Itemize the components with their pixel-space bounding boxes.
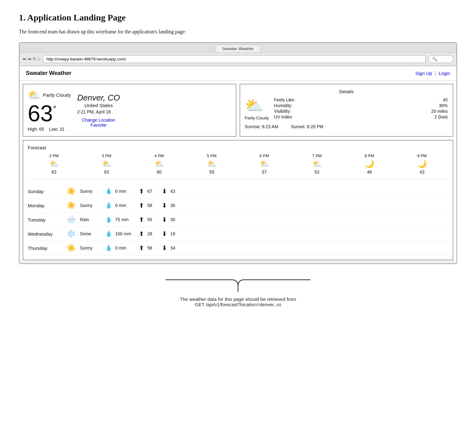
hourly-item: 2 PM ⛅ 63 [28,153,80,175]
sun-times: Sunrise: 6:23 AM Sunset: 8:20 PM [245,124,448,129]
browser-tab-bar: Sweater Weather [20,43,456,53]
hour-icon: ⛅ [291,159,343,168]
details-table: Feels Like: 45 Humidity: 30% Visibility:… [273,97,448,120]
hour-temp: 63 [28,169,80,175]
daily-row: Thursday ☀️ Sunny 💧 0 mm ⬆ 56 ⬇ 34 [28,241,448,255]
hourly-item: 3 PM ⛅ 63 [80,153,133,175]
day-condition: Sunny [80,203,102,208]
precip-amount: 0 mm [115,189,136,194]
high-temp: 56 [147,245,159,250]
browser-nav-buttons: ⬅ ➡ ↻ ⌂ [23,56,40,62]
daily-row: Monday ☀️ Sunny 💧 0 mm ⬆ 58 ⬇ 30 [28,198,448,213]
hour-time: 4 PM [133,153,185,158]
details-condition: Partly Cloudy [245,116,269,120]
signup-link[interactable]: Sign Up [415,71,432,76]
hour-time: 3 PM [80,153,133,158]
browser-body: Sweater Weather Sign Up | Login ⛅ Partly… [20,66,456,260]
footer-text1: The weather data for this page should be… [19,296,457,302]
day-name: Sunday [28,189,62,194]
daily-row: Tuesday 🌧️ Rain 💧 75 mm ⬆ 55 ⬇ 30 [28,213,448,227]
high-arrow-icon: ⬆ [139,216,144,223]
day-condition: Sunny [80,245,102,250]
humidity-value: 30% [372,103,448,108]
forecast-label: Forecast [28,145,448,150]
details-title: Details [245,89,448,94]
day-icon: ☀️ [65,244,77,252]
low-temp: 30 [170,217,175,222]
daily-row: Wednesday ❄️ Snow 💧 100 mm ⬆ 28 ⬇ 19 [28,227,448,241]
hourly-item: 6 PM ⛅ 57 [238,153,291,175]
day-name: Tuesday [28,217,62,222]
favorite-link[interactable]: Favorite [77,123,120,128]
refresh-icon[interactable]: ↻ [33,56,37,62]
hour-temp: 60 [133,169,185,175]
current-weather-card: ⛅ Partly Cloudy 63 ° High: 65 Low: 31 [23,84,236,137]
app-header: Sweater Weather Sign Up | Login [20,66,456,81]
high-temp: 58 [147,203,159,208]
home-icon[interactable]: ⌂ [38,56,40,62]
low-temp: 19 [170,231,175,236]
hour-time: 2 PM [28,153,80,158]
hourly-item: 5 PM ⛅ 59 [185,153,238,175]
hour-icon: ⛅ [28,159,80,168]
hour-icon: ⛅ [80,159,133,168]
precip-amount: 0 mm [115,203,136,208]
low-temp: 34 [170,245,175,250]
high-arrow-icon: ⬆ [139,244,144,252]
condition-row: ⛅ Partly Cloudy [28,89,71,101]
hour-temp: 43 [396,169,448,175]
high-temp: 28 [147,231,159,236]
hour-time: 9 PM [396,153,448,158]
precip-icon: 💧 [105,188,112,195]
details-icon-section: ⛅ Partly Cloudy [245,97,269,120]
condition-label: Partly Cloudy [43,92,71,98]
hour-icon: 🌙 [396,159,448,168]
datetime-label: 2:21 PM, April 18 [77,109,120,114]
daily-row: Sunday ☀️ Sunny 💧 0 mm ⬆ 67 ⬇ 43 [28,184,448,198]
high-temp: 67 [147,189,159,194]
location-section: Denver, CO United States 2:21 PM, April … [77,89,120,132]
high-low-display: High: 65 Low: 31 [28,127,71,132]
hour-temp: 59 [185,169,238,175]
day-icon: ❄️ [65,229,77,238]
search-icon: 🔍 [432,57,437,61]
day-condition: Rain [80,217,102,222]
sunrise-label: Sunrise: 6:23 AM [245,124,278,129]
app-title: Sweater Weather [26,70,71,77]
change-location-link[interactable]: Change Location [77,118,120,123]
daily-forecast: Sunday ☀️ Sunny 💧 0 mm ⬆ 67 ⬇ 43 Monday … [28,184,448,255]
hour-time: 7 PM [291,153,343,158]
search-bar[interactable]: 🔍 [428,55,453,63]
day-name: Wednesday [28,231,62,237]
city-name: Denver, CO [77,93,120,103]
high-label: High: 65 [28,127,44,132]
hour-time: 6 PM [238,153,291,158]
hour-icon: 🌙 [343,159,396,168]
precip-icon: 💧 [105,244,112,251]
low-arrow-icon: ⬇ [162,230,167,238]
browser-mockup: Sweater Weather ⬅ ➡ ↻ ⌂ 🔍 Sweater Weathe… [19,42,457,264]
temperature-display: 63 ° [28,102,71,125]
low-arrow-icon: ⬇ [162,244,167,252]
day-condition: Sunny [80,189,102,194]
hour-temp: 53 [291,169,343,175]
forward-icon[interactable]: ➡ [28,56,31,62]
low-arrow-icon: ⬇ [162,202,167,209]
footer-brace [19,277,457,293]
low-arrow-icon: ⬇ [162,187,167,195]
url-bar[interactable] [43,55,426,63]
back-icon[interactable]: ⬅ [23,56,26,62]
country-name: United States [77,103,120,108]
low-arrow-icon: ⬇ [162,216,167,223]
precip-icon: 💧 [105,202,112,209]
day-icon: ☀️ [65,187,77,196]
footer-section: The weather data for this page should be… [19,277,457,307]
login-link[interactable]: Login [439,71,450,76]
browser-tab[interactable]: Sweater Weather [216,45,260,52]
sunset-label: Sunset: 8:20 PM [291,124,324,129]
uv-value: 2 (low) [372,114,448,119]
low-temp: 30 [170,203,175,208]
browser-toolbar: ⬅ ➡ ↻ ⌂ 🔍 [20,53,456,66]
details-weather-icon: ⛅ [245,97,269,114]
hour-temp: 63 [80,169,133,175]
